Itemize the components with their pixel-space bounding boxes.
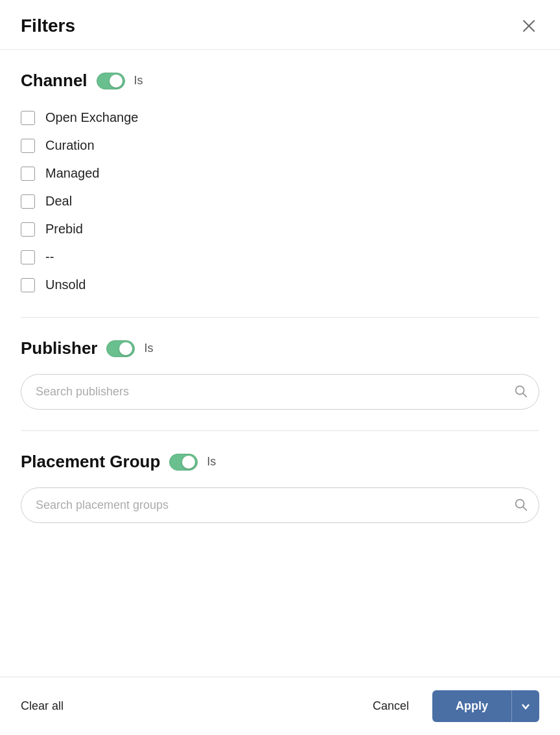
publisher-section: Publisher Is xyxy=(21,338,539,410)
channel-title: Channel xyxy=(21,71,88,91)
checkbox-dash[interactable] xyxy=(21,250,35,264)
checkbox-open-exchange[interactable] xyxy=(21,111,35,125)
list-item[interactable]: Open Exchange xyxy=(21,106,539,129)
list-item[interactable]: Deal xyxy=(21,190,539,213)
footer-right: Cancel Apply xyxy=(360,690,539,722)
publisher-search-input[interactable] xyxy=(21,374,539,410)
publisher-toggle[interactable] xyxy=(106,340,135,357)
channel-filter-type: Is xyxy=(134,74,143,88)
close-icon xyxy=(521,18,537,34)
clear-all-button[interactable]: Clear all xyxy=(21,699,64,713)
placement-group-section: Placement Group Is xyxy=(21,452,539,523)
channel-header: Channel Is xyxy=(21,71,539,91)
publisher-search-wrapper xyxy=(21,374,539,410)
checkbox-unsold[interactable] xyxy=(21,278,35,292)
checkbox-label-deal: Deal xyxy=(45,194,72,209)
checkbox-label-open-exchange: Open Exchange xyxy=(45,110,138,125)
checkbox-managed[interactable] xyxy=(21,167,35,181)
chevron-down-icon xyxy=(521,702,530,711)
list-item[interactable]: Unsold xyxy=(21,274,539,296)
close-button[interactable] xyxy=(519,16,539,36)
cancel-button[interactable]: Cancel xyxy=(360,690,422,722)
checkbox-label-curation: Curation xyxy=(45,138,95,153)
filters-modal: Filters Channel Is Open Exchange xyxy=(0,0,560,735)
divider-2 xyxy=(21,430,539,431)
placement-group-title: Placement Group xyxy=(21,452,160,472)
modal-title: Filters xyxy=(21,16,75,36)
list-item[interactable]: Prebid xyxy=(21,218,539,240)
apply-dropdown-button[interactable] xyxy=(511,690,539,722)
list-item[interactable]: Managed xyxy=(21,162,539,185)
checkbox-prebid[interactable] xyxy=(21,222,35,237)
placement-group-toggle-thumb xyxy=(182,456,195,469)
placement-group-filter-type: Is xyxy=(207,455,216,469)
publisher-filter-type: Is xyxy=(144,342,153,355)
checkbox-label-unsold: Unsold xyxy=(45,277,86,292)
checkbox-label-prebid: Prebid xyxy=(45,222,83,237)
channel-toggle[interactable] xyxy=(97,73,125,89)
modal-body: Channel Is Open Exchange Curation Manage xyxy=(0,50,560,677)
publisher-title: Publisher xyxy=(21,338,97,358)
placement-group-search-input[interactable] xyxy=(21,487,539,523)
checkbox-label-managed: Managed xyxy=(45,166,99,181)
channel-section: Channel Is Open Exchange Curation Manage xyxy=(21,71,539,296)
list-item[interactable]: Curation xyxy=(21,134,539,157)
checkbox-curation[interactable] xyxy=(21,139,35,153)
placement-group-search-wrapper xyxy=(21,487,539,523)
publisher-toggle-thumb xyxy=(119,342,132,355)
modal-header: Filters xyxy=(0,0,560,50)
apply-button[interactable]: Apply xyxy=(432,690,511,722)
divider-1 xyxy=(21,317,539,318)
list-item[interactable]: -- xyxy=(21,246,539,268)
checkbox-label-dash: -- xyxy=(45,250,54,264)
placement-group-header: Placement Group Is xyxy=(21,452,539,472)
apply-group: Apply xyxy=(432,690,539,722)
placement-group-toggle[interactable] xyxy=(169,454,198,471)
checkbox-deal[interactable] xyxy=(21,194,35,209)
channel-options-list: Open Exchange Curation Managed Deal Preb… xyxy=(21,106,539,296)
channel-toggle-thumb xyxy=(110,75,122,88)
publisher-header: Publisher Is xyxy=(21,338,539,358)
modal-footer: Clear all Cancel Apply xyxy=(0,677,560,735)
